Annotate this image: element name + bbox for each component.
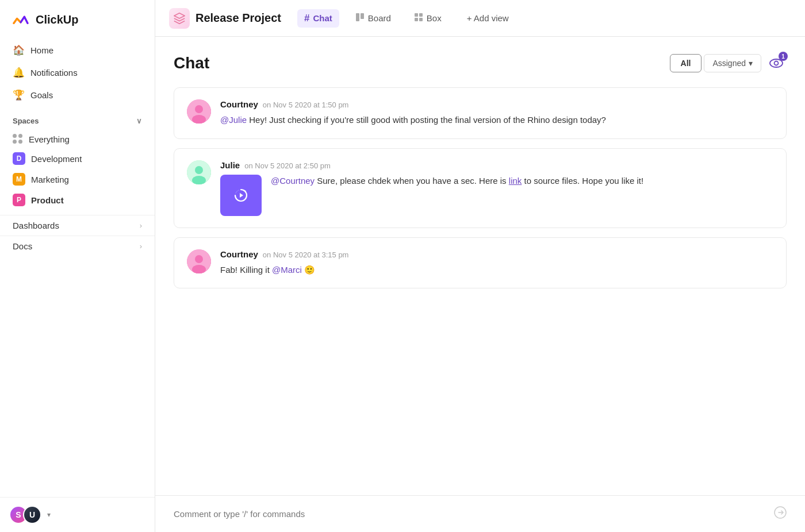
sidebar-item-home[interactable]: 🏠 Home [7, 39, 148, 61]
chat-title: Chat [174, 54, 209, 72]
sidebar-item-development-label: Development [31, 154, 82, 164]
docs-label: Docs [13, 241, 32, 251]
box-tab-label: Box [427, 13, 442, 23]
message-1-author: Courtney [220, 99, 258, 109]
svg-point-15 [195, 255, 203, 263]
attachment-thumbnail[interactable] [220, 175, 262, 216]
board-tab-icon [355, 13, 365, 24]
message-1-content: Courtney on Nov 5 2020 at 1:50 pm @Julie… [220, 99, 773, 127]
sidebar-bottom: S U ▾ [0, 497, 155, 532]
sidebar-item-dashboards[interactable]: Dashboards › [0, 215, 155, 236]
sidebar-item-development[interactable]: D Development [6, 148, 149, 169]
trophy-icon: 🏆 [13, 89, 25, 101]
message-1-meta: Courtney on Nov 5 2020 at 1:50 pm [220, 99, 773, 109]
bell-icon: 🔔 [13, 67, 25, 79]
assigned-label: Assigned [712, 59, 746, 68]
message-1-text: @Julie Hey! Just checking if you're stil… [220, 114, 773, 127]
sidebar-item-docs[interactable]: Docs › [0, 236, 155, 256]
board-tab-label: Board [368, 13, 391, 23]
svg-rect-2 [415, 13, 418, 17]
user-avatar-stack: S U [9, 506, 41, 524]
mention-courtney: @Courtney [271, 176, 315, 186]
sidebar-item-everything[interactable]: Everything [6, 130, 149, 148]
add-view-button[interactable]: + Add view [460, 10, 516, 26]
sidebar-item-marketing-label: Marketing [31, 175, 69, 184]
watch-badge: 1 [779, 52, 788, 61]
message-3-body: Fab! Killing it [220, 265, 272, 275]
svg-rect-5 [419, 18, 423, 21]
chat-area: Chat All Assigned ▾ 1 [155, 37, 805, 495]
sidebar-item-everything-label: Everything [29, 134, 70, 144]
message-3-meta: Courtney on Nov 5 2020 at 3:15 pm [220, 249, 773, 259]
main-content: Release Project # Chat Board Box + Add v… [155, 0, 805, 532]
message-1-body: Hey! Just checking if you're still good … [249, 115, 606, 125]
message-2-author: Julie [220, 160, 240, 170]
message-2-content: Julie on Nov 5 2020 at 2:50 pm @ [220, 160, 773, 216]
avatar-courtney-2 [187, 249, 211, 273]
spaces-list: Everything D Development M Marketing P P… [0, 130, 155, 210]
message-2-meta: Julie on Nov 5 2020 at 2:50 pm [220, 160, 773, 170]
tab-box[interactable]: Box [407, 9, 448, 27]
project-title: Release Project [195, 11, 281, 25]
sidebar-nav: 🏠 Home 🔔 Notifications 🏆 Goals [0, 37, 155, 109]
sidebar-item-goals-label: Goals [30, 90, 53, 100]
product-badge: P [13, 194, 25, 206]
mention-marci: @Marci [272, 265, 302, 275]
project-info: Release Project [169, 8, 281, 29]
filter-assigned-button[interactable]: Assigned ▾ [704, 54, 761, 72]
sidebar-item-notifications[interactable]: 🔔 Notifications [7, 61, 148, 84]
comment-input[interactable] [174, 509, 767, 519]
svg-rect-1 [361, 13, 364, 19]
avatar-dropdown-icon[interactable]: ▾ [47, 511, 51, 519]
spaces-section-header[interactable]: Spaces ∨ [0, 109, 155, 130]
watch-icon-container: 1 [766, 53, 787, 74]
sidebar-expandables: Dashboards › Docs › [0, 215, 155, 256]
chat-tab-label: Chat [313, 13, 332, 23]
message-3-author: Courtney [220, 249, 258, 259]
message-3-content: Courtney on Nov 5 2020 at 3:15 pm Fab! K… [220, 249, 773, 277]
chat-filters: All Assigned ▾ [670, 54, 761, 72]
avatar-julie [187, 160, 211, 184]
dashboards-chevron-icon: › [140, 221, 142, 230]
box-tab-icon [414, 13, 423, 24]
sidebar-item-product[interactable]: P Product [6, 190, 149, 210]
svg-point-9 [195, 105, 203, 113]
docs-chevron-icon: › [140, 242, 142, 250]
marketing-badge: M [13, 173, 25, 186]
message-1: Courtney on Nov 5 2020 at 1:50 pm @Julie… [174, 87, 787, 139]
sidebar-item-marketing[interactable]: M Marketing [6, 169, 149, 190]
source-link[interactable]: link [509, 176, 522, 186]
filter-all-button[interactable]: All [670, 54, 702, 72]
message-2-attachment-area: @Courtney Sure, please chdek when you ha… [220, 175, 773, 216]
avatar-courtney-1 [187, 99, 211, 124]
sidebar-item-product-label: Product [31, 195, 64, 205]
svg-point-7 [775, 61, 779, 65]
add-view-label: + Add view [467, 13, 509, 23]
svg-rect-3 [419, 13, 423, 17]
assigned-chevron-icon: ▾ [749, 59, 753, 68]
message-3-text: Fab! Killing it @Marci 🙂 [220, 264, 773, 277]
message-2: Julie on Nov 5 2020 at 2:50 pm @ [174, 148, 787, 228]
message-2-body-2: to source files. Hope you like it! [524, 176, 643, 186]
comment-send-icon[interactable] [774, 506, 787, 522]
tab-chat[interactable]: # Chat [297, 9, 339, 28]
svg-rect-0 [356, 13, 359, 21]
mention-julie: @Julie [220, 115, 247, 125]
sidebar: ClickUp 🏠 Home 🔔 Notifications 🏆 Goals S… [0, 0, 155, 532]
chat-tab-icon: # [304, 13, 309, 24]
svg-point-12 [195, 166, 203, 174]
spaces-label: Spaces [13, 117, 39, 125]
sidebar-item-goals[interactable]: 🏆 Goals [7, 84, 148, 106]
chat-header: Chat All Assigned ▾ 1 [174, 53, 787, 74]
project-icon [169, 8, 190, 29]
spaces-chevron-icon: ∨ [136, 117, 142, 125]
development-badge: D [13, 152, 25, 165]
comment-bar [155, 495, 805, 532]
everything-icon [13, 134, 23, 144]
sidebar-item-home-label: Home [30, 45, 53, 55]
logo[interactable]: ClickUp [0, 0, 155, 37]
message-1-time: on Nov 5 2020 at 1:50 pm [263, 101, 349, 109]
tab-board[interactable]: Board [348, 9, 398, 27]
avatar-user-2[interactable]: U [23, 506, 41, 524]
sidebar-item-notifications-label: Notifications [30, 68, 78, 78]
